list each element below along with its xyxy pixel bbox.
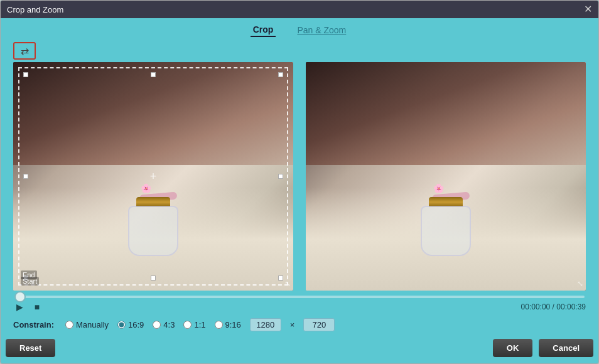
dialog-title: Crop and Zoom [7,5,63,14]
preview-corner-icon: ⤡ [577,279,583,288]
timeline-row [13,296,586,298]
radio-4-3-label: 4:3 [163,320,175,329]
source-image-panel[interactable]: 🌸 + [13,62,293,291]
jar-illustration: 🌸 [128,193,178,256]
tab-crop[interactable]: Crop [251,23,276,37]
timeline-track[interactable] [14,296,585,298]
jar-body [128,206,178,256]
preview-jar-illustration: 🌸 [421,193,471,256]
radio-manually[interactable]: Manually [65,320,109,329]
time-current: 00:00:00 [521,302,551,311]
swap-icon: ⇄ [21,45,29,57]
reset-button[interactable]: Reset [6,339,55,357]
radio-16-9-label: 16:9 [128,320,144,329]
time-total: 00:00:39 [556,302,586,311]
ok-button[interactable]: OK [493,339,533,357]
play-button[interactable]: ▶ [13,301,26,313]
radio-4-3-input[interactable] [153,321,161,329]
right-buttons: OK Cancel [493,339,593,357]
preview-image-panel: 🌸 ⤡ [306,62,586,291]
width-input[interactable]: 1280 [250,318,281,331]
tab-pan-zoom[interactable]: Pan & Zoom [294,24,348,36]
radio-16-9-input[interactable] [117,321,126,329]
radio-9-16-input[interactable] [215,321,223,329]
title-bar: Crop and Zoom ✕ [1,1,598,18]
crop-and-zoom-dialog: Crop and Zoom ✕ Crop Pan & Zoom ⇄ [0,0,599,364]
constrain-label: Constrain: [13,320,54,329]
play-controls: ▶ ■ [13,301,43,313]
height-input[interactable]: 720 [303,318,335,331]
toolbar-row: ⇄ [13,42,586,60]
bottom-row: Reset OK Cancel [1,335,598,363]
main-content: ⇄ 🌸 [1,40,598,335]
times-symbol: × [290,320,295,329]
scrubber-area: ▶ ■ 00:00:00 / 00:00:39 [13,291,586,316]
radio-manually-label: Manually [76,320,109,329]
radio-manually-input[interactable] [65,321,73,329]
stop-button[interactable]: ■ [31,301,43,313]
radio-16-9[interactable]: 16:9 [117,320,144,329]
radio-9-16-label: 9:16 [225,320,241,329]
crop-start-label: Start [21,277,39,286]
radio-9-16[interactable]: 9:16 [215,320,241,329]
time-separator: / [550,302,556,311]
resize-corner-icon: ⤡ [284,279,291,288]
source-image-bg: 🌸 [13,62,293,291]
swap-aspect-button[interactable]: ⇄ [13,42,36,60]
images-row: 🌸 + [13,62,586,291]
controls-row: ▶ ■ 00:00:00 / 00:00:39 [13,301,586,313]
tab-bar: Crop Pan & Zoom [1,18,598,40]
timeline-scrubber[interactable] [14,291,26,302]
radio-1-1-label: 1:1 [194,320,205,329]
time-display: 00:00:00 / 00:00:39 [521,302,586,311]
radio-1-1[interactable]: 1:1 [183,320,205,329]
constrain-row: Constrain: Manually 16:9 4:3 1:1 9:16 1 [13,316,586,335]
close-button[interactable]: ✕ [584,4,592,14]
radio-1-1-input[interactable] [183,321,192,329]
jar-flower: 🌸 [141,183,151,193]
radio-4-3[interactable]: 4:3 [153,320,175,329]
preview-image-bg: 🌸 [306,62,586,291]
cancel-button[interactable]: Cancel [539,339,593,357]
